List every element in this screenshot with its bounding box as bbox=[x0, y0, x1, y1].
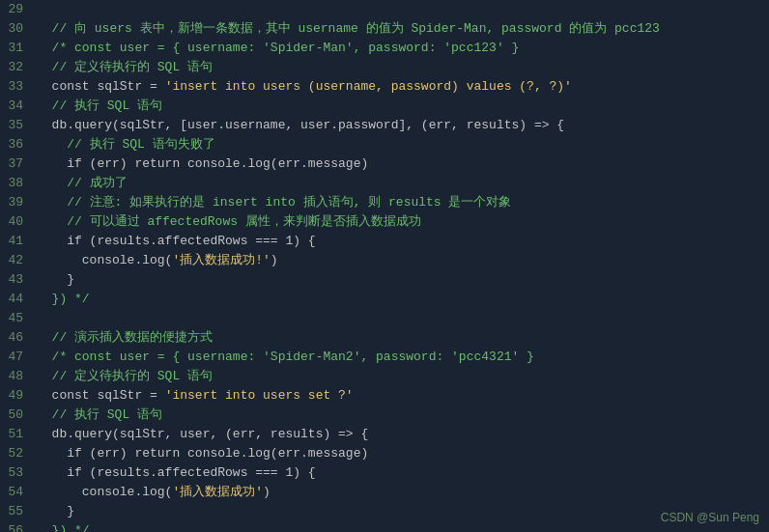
code-editor: 29 30 // 向 users 表中，新增一条数据，其中 username 的… bbox=[0, 0, 769, 532]
line-number-32: 32 bbox=[0, 58, 35, 77]
line-number-36: 36 bbox=[0, 135, 35, 154]
code-row-50: 50 // 执行 SQL 语句 bbox=[0, 406, 769, 425]
line-content-49: const sqlStr = 'insert into users set ?' bbox=[35, 386, 769, 406]
code-row-44: 44 }) */ bbox=[0, 290, 769, 309]
code-row-53: 53 if (results.affectedRows === 1) { bbox=[0, 463, 769, 483]
code-row-56: 56 }) */ bbox=[0, 521, 769, 532]
line-content-46: // 演示插入数据的便捷方式 bbox=[35, 328, 769, 348]
code-row-45: 45 bbox=[0, 309, 769, 328]
line-content-38: // 成功了 bbox=[35, 174, 769, 193]
line-content-41: if (results.affectedRows === 1) { bbox=[35, 232, 769, 251]
line-number-44: 44 bbox=[0, 290, 35, 309]
line-number-49: 49 bbox=[0, 386, 35, 406]
code-row-40: 40 // 可以通过 affectedRows 属性，来判断是否插入数据成功 bbox=[0, 212, 769, 232]
line-content-32: // 定义待执行的 SQL 语句 bbox=[35, 58, 769, 77]
code-row-55: 55 } bbox=[0, 502, 769, 521]
line-number-31: 31 bbox=[0, 39, 35, 58]
line-number-37: 37 bbox=[0, 154, 35, 174]
line-number-50: 50 bbox=[0, 406, 35, 425]
line-number-48: 48 bbox=[0, 367, 35, 386]
line-number-33: 33 bbox=[0, 77, 35, 97]
code-row-34: 34 // 执行 SQL 语句 bbox=[0, 97, 769, 116]
line-content-40: // 可以通过 affectedRows 属性，来判断是否插入数据成功 bbox=[35, 212, 769, 232]
line-content-42: console.log('插入数据成功!') bbox=[35, 251, 769, 270]
code-row-32: 32 // 定义待执行的 SQL 语句 bbox=[0, 58, 769, 77]
line-content-29 bbox=[35, 0, 769, 19]
line-number-43: 43 bbox=[0, 270, 35, 290]
line-content-44: }) */ bbox=[35, 290, 769, 309]
line-number-42: 42 bbox=[0, 251, 35, 270]
line-number-41: 41 bbox=[0, 232, 35, 251]
line-number-30: 30 bbox=[0, 19, 35, 39]
code-row-36: 36 // 执行 SQL 语句失败了 bbox=[0, 135, 769, 154]
code-row-41: 41 if (results.affectedRows === 1) { bbox=[0, 232, 769, 251]
code-row-52: 52 if (err) return console.log(err.messa… bbox=[0, 444, 769, 463]
code-row-33: 33 const sqlStr = 'insert into users (us… bbox=[0, 77, 769, 97]
line-content-36: // 执行 SQL 语句失败了 bbox=[35, 135, 769, 154]
code-row-38: 38 // 成功了 bbox=[0, 174, 769, 193]
line-number-39: 39 bbox=[0, 193, 35, 212]
line-number-53: 53 bbox=[0, 463, 35, 483]
line-content-35: db.query(sqlStr, [user.username, user.pa… bbox=[35, 116, 769, 135]
code-row-49: 49 const sqlStr = 'insert into users set… bbox=[0, 386, 769, 406]
line-number-47: 47 bbox=[0, 348, 35, 367]
line-number-40: 40 bbox=[0, 212, 35, 232]
line-number-52: 52 bbox=[0, 444, 35, 463]
code-row-47: 47 /* const user = { username: 'Spider-M… bbox=[0, 348, 769, 367]
line-content-31: /* const user = { username: 'Spider-Man'… bbox=[35, 39, 769, 58]
code-row-51: 51 db.query(sqlStr, user, (err, results)… bbox=[0, 425, 769, 444]
line-content-51: db.query(sqlStr, user, (err, results) =>… bbox=[35, 425, 769, 444]
line-content-52: if (err) return console.log(err.message) bbox=[35, 444, 769, 463]
line-content-55: } bbox=[35, 502, 769, 521]
line-content-30: // 向 users 表中，新增一条数据，其中 username 的值为 Spi… bbox=[35, 19, 769, 39]
line-number-38: 38 bbox=[0, 174, 35, 193]
code-lines: 29 30 // 向 users 表中，新增一条数据，其中 username 的… bbox=[0, 0, 769, 532]
line-content-37: if (err) return console.log(err.message) bbox=[35, 154, 769, 174]
line-number-45: 45 bbox=[0, 309, 35, 328]
line-content-34: // 执行 SQL 语句 bbox=[35, 97, 769, 116]
line-number-51: 51 bbox=[0, 425, 35, 444]
line-content-48: // 定义待执行的 SQL 语句 bbox=[35, 367, 769, 386]
watermark: CSDN @Sun Peng bbox=[661, 511, 759, 524]
line-number-35: 35 bbox=[0, 116, 35, 135]
code-row-48: 48 // 定义待执行的 SQL 语句 bbox=[0, 367, 769, 386]
code-row-42: 42 console.log('插入数据成功!') bbox=[0, 251, 769, 270]
code-row-46: 46 // 演示插入数据的便捷方式 bbox=[0, 328, 769, 348]
line-content-53: if (results.affectedRows === 1) { bbox=[35, 463, 769, 483]
line-number-55: 55 bbox=[0, 502, 35, 521]
code-row-35: 35 db.query(sqlStr, [user.username, user… bbox=[0, 116, 769, 135]
code-row-31: 31 /* const user = { username: 'Spider-M… bbox=[0, 39, 769, 58]
line-number-54: 54 bbox=[0, 483, 35, 502]
line-number-56: 56 bbox=[0, 521, 35, 532]
line-content-47: /* const user = { username: 'Spider-Man2… bbox=[35, 348, 769, 367]
line-content-54: console.log('插入数据成功') bbox=[35, 483, 769, 502]
line-number-34: 34 bbox=[0, 97, 35, 116]
line-content-56: }) */ bbox=[35, 521, 769, 532]
code-row-37: 37 if (err) return console.log(err.messa… bbox=[0, 154, 769, 174]
code-row-29: 29 bbox=[0, 0, 769, 19]
code-row-30: 30 // 向 users 表中，新增一条数据，其中 username 的值为 … bbox=[0, 19, 769, 39]
line-number-46: 46 bbox=[0, 328, 35, 348]
code-row-43: 43 } bbox=[0, 270, 769, 290]
line-content-45 bbox=[35, 309, 769, 328]
line-content-33: const sqlStr = 'insert into users (usern… bbox=[35, 77, 769, 97]
code-row-54: 54 console.log('插入数据成功') bbox=[0, 483, 769, 502]
line-content-50: // 执行 SQL 语句 bbox=[35, 406, 769, 425]
code-row-39: 39 // 注意: 如果执行的是 insert into 插入语句, 则 res… bbox=[0, 193, 769, 212]
line-number-29: 29 bbox=[0, 0, 35, 19]
line-content-39: // 注意: 如果执行的是 insert into 插入语句, 则 result… bbox=[35, 193, 769, 212]
line-content-43: } bbox=[35, 270, 769, 290]
